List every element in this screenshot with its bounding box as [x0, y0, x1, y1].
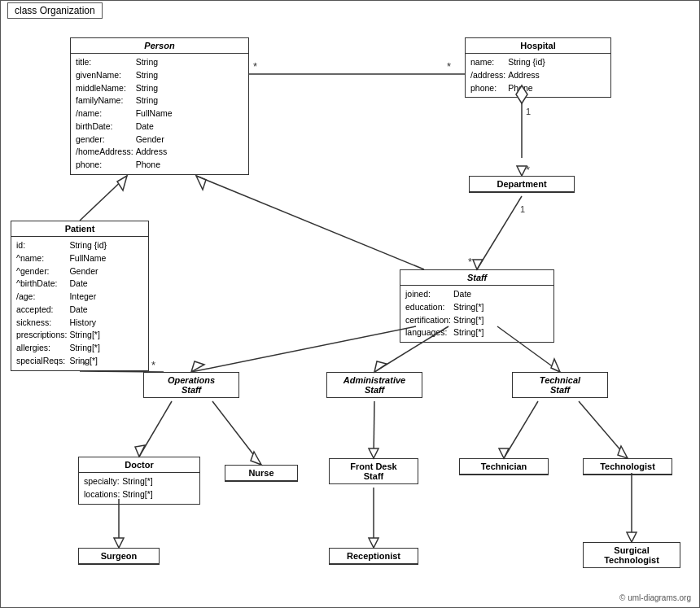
svg-marker-36 [369, 448, 378, 458]
svg-line-33 [212, 401, 261, 465]
class-technician: Technician [459, 458, 549, 475]
svg-text:*: * [468, 256, 472, 268]
svg-line-14 [477, 196, 522, 269]
class-technician-header: Technician [460, 459, 548, 475]
svg-marker-40 [618, 446, 628, 458]
class-staff: Staff joined:Date education:String[*] ce… [400, 269, 554, 343]
class-front-desk-staff-header: Front DeskStaff [330, 459, 418, 483]
class-front-desk-staff: Front DeskStaff [329, 458, 418, 484]
class-doctor-body: specialty:String[*] locations:String[*] [79, 473, 199, 504]
class-surgeon-header: Surgeon [79, 549, 159, 564]
class-hospital-body: name:String {id} /address:Address phone:… [466, 54, 610, 97]
class-surgical-technologist-header: SurgicalTechnologist [584, 543, 680, 567]
svg-marker-21 [196, 176, 206, 190]
class-person-body: title:String givenName:String middleName… [71, 54, 248, 174]
class-administrative-staff: AdministrativeStaff [326, 372, 422, 398]
svg-line-31 [139, 401, 172, 457]
class-doctor: Doctor specialty:String[*] locations:Str… [78, 457, 200, 505]
svg-marker-46 [627, 532, 637, 542]
diagram-container: class Organization Person title:String g… [0, 0, 700, 608]
svg-marker-19 [117, 176, 127, 190]
class-hospital-header: Hospital [466, 38, 610, 54]
svg-marker-28 [374, 361, 387, 372]
svg-line-39 [579, 401, 628, 458]
class-technologist: Technologist [583, 458, 672, 475]
class-receptionist-header: Receptionist [330, 549, 418, 564]
svg-text:*: * [253, 60, 257, 72]
svg-marker-30 [551, 359, 560, 372]
class-doctor-header: Doctor [79, 457, 199, 473]
svg-text:1: 1 [526, 107, 531, 116]
svg-marker-44 [369, 538, 378, 548]
copyright: © uml-diagrams.org [619, 593, 691, 602]
svg-marker-16 [473, 260, 483, 269]
svg-text:*: * [151, 359, 155, 371]
class-staff-header: Staff [400, 270, 553, 286]
svg-line-18 [80, 176, 127, 221]
svg-line-37 [504, 401, 538, 458]
class-nurse: Nurse [225, 465, 298, 482]
class-operations-staff-header: OperationsStaff [144, 373, 238, 397]
class-receptionist: Receptionist [329, 548, 418, 565]
class-patient-header: Patient [11, 221, 148, 237]
class-surgeon: Surgeon [78, 548, 160, 565]
class-department: Department [469, 176, 575, 193]
svg-marker-38 [499, 448, 509, 458]
class-technologist-header: Technologist [584, 459, 672, 475]
svg-text:*: * [447, 60, 451, 72]
class-technical-staff-header: TechnicalStaff [513, 373, 607, 397]
class-person: Person title:String givenName:String mid… [70, 37, 249, 175]
class-patient: Patient id:String {id} ^name:FullName ^g… [11, 221, 149, 371]
svg-line-20 [196, 176, 424, 269]
class-hospital: Hospital name:String {id} /address:Addre… [465, 37, 611, 98]
class-person-header: Person [71, 38, 248, 54]
svg-text:1: 1 [520, 204, 525, 214]
class-surgical-technologist: SurgicalTechnologist [583, 542, 680, 568]
svg-marker-12 [517, 166, 527, 176]
class-operations-staff: OperationsStaff [143, 372, 239, 398]
svg-marker-34 [251, 452, 261, 465]
svg-marker-26 [191, 361, 204, 372]
class-department-header: Department [470, 177, 574, 192]
class-technical-staff: TechnicalStaff [512, 372, 608, 398]
svg-marker-32 [135, 445, 145, 457]
class-patient-body: id:String {id} ^name:FullName ^gender:Ge… [11, 237, 148, 370]
class-administrative-staff-header: AdministrativeStaff [327, 373, 422, 397]
class-nurse-header: Nurse [225, 466, 297, 481]
svg-line-35 [374, 401, 374, 458]
svg-line-25 [191, 326, 416, 372]
svg-text:*: * [526, 164, 530, 176]
class-staff-body: joined:Date education:String[*] certific… [400, 286, 553, 342]
svg-marker-42 [114, 538, 124, 548]
diagram-title: class Organization [7, 2, 103, 19]
